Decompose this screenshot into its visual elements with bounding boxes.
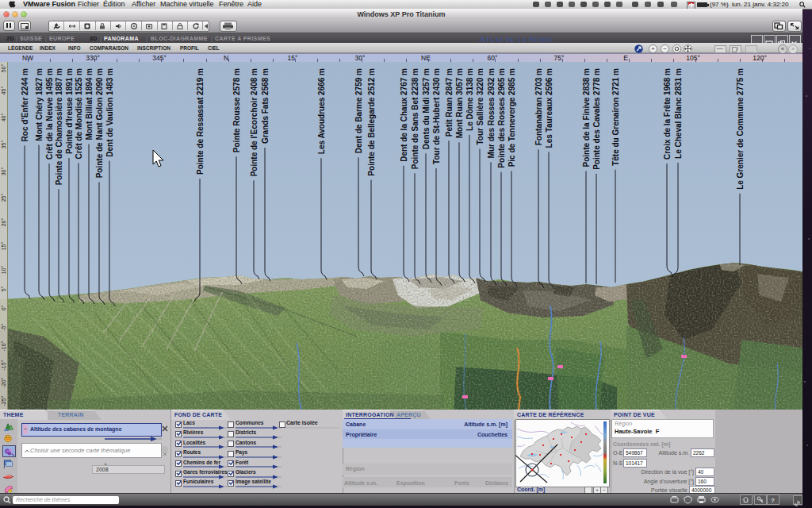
svg-text:Mur des Rosses 2932 m: Mur des Rosses 2932 m [487, 68, 496, 158]
svg-text:Pointe de Bellegarde 2512 m: Pointe de Bellegarde 2512 m [367, 68, 376, 176]
svg-text:-5°: -5° [1, 323, 6, 330]
svg-text:Dents du Midi 3257 m: Dents du Midi 3257 m [422, 68, 431, 149]
svg-text:50°: 50° [1, 64, 6, 73]
svg-text:−: − [663, 45, 667, 52]
svg-text:Mont Billiat 1894 m: Mont Billiat 1894 m [85, 68, 94, 140]
svg-text:10°: 10° [1, 266, 6, 275]
svg-text:Pointe de Ressassat 2219 m: Pointe de Ressassat 2219 m [196, 68, 205, 175]
svg-text:Pic de Tenneverge 2985 m: Pic de Tenneverge 2985 m [508, 68, 516, 167]
svg-text:30°: 30° [1, 167, 6, 176]
svg-text:-25°: -25° [1, 395, 6, 406]
svg-text:Tête du Grenairon 2721 m: Tête du Grenairon 2721 m [611, 68, 620, 166]
svg-text:0°: 0° [1, 305, 6, 310]
svg-text:-20°: -20° [1, 377, 6, 387]
svg-text:Dent de Vaulion 1483 m: Dent de Vaulion 1483 m [105, 68, 114, 157]
svg-text:Tour de St-Hubert 2430 m: Tour de St-Hubert 2430 m [432, 68, 441, 164]
svg-text:Pointe de Nant Golon 2090 m: Pointe de Nant Golon 2090 m [95, 68, 104, 178]
svg-text:20°: 20° [1, 218, 6, 227]
svg-text:Pointe Rousse 2578 m: Pointe Rousse 2578 m [232, 68, 241, 152]
svg-text:Mont Ruan 3057 m: Mont Ruan 3057 m [455, 68, 464, 138]
svg-text:Les Avoudrues 2666 m: Les Avoudrues 2666 m [317, 68, 326, 154]
svg-text:Le Grenier de Commune 2775 m: Le Grenier de Commune 2775 m [736, 68, 745, 190]
svg-text:35°: 35° [1, 140, 6, 149]
svg-text:Tour Sallière 3220 m: Tour Sallière 3220 m [476, 68, 485, 145]
svg-text:Fontanabran 2703 m: Fontanabran 2703 m [534, 68, 543, 145]
svg-text:40°: 40° [1, 114, 6, 122]
svg-text:Pointe des Cavales 2778 m: Pointe des Cavales 2778 m [592, 68, 601, 170]
svg-text:15°: 15° [1, 242, 6, 251]
svg-text:-10°: -10° [1, 341, 6, 351]
svg-text:Le Cheval Blanc 2831 m: Le Cheval Blanc 2831 m [674, 68, 683, 159]
svg-text:Pointe de la Finive 2838 m: Pointe de la Finive 2838 m [582, 68, 591, 167]
svg-text:45°: 45° [1, 87, 6, 95]
svg-text:Petit Ruan 2847 m: Petit Ruan 2847 m [445, 68, 454, 137]
svg-text:Dent de Barme 2759 m: Dent de Barme 2759 m [354, 68, 363, 153]
svg-text:25°: 25° [1, 194, 6, 202]
svg-text:+: + [651, 45, 655, 52]
svg-text:Grands Fats 2568 m: Grands Fats 2568 m [261, 68, 270, 144]
svg-text:5°: 5° [1, 286, 6, 291]
svg-text:Le Dôme 3138 m: Le Dôme 3138 m [465, 68, 474, 131]
svg-text:Pointe d'Ireuse 1891 m: Pointe d'Ireuse 1891 m [65, 68, 74, 154]
svg-text:Pointe de Sans Bet 2238 m: Pointe de Sans Bet 2238 m [411, 68, 419, 169]
svg-text:Dent de la Chaux 2767 m: Dent de la Chaux 2767 m [400, 68, 408, 162]
svg-text:Pointe des Rosses 2965 m: Pointe des Rosses 2965 m [497, 68, 506, 168]
svg-text:Croix de la Frête 1968 m: Croix de la Frête 1968 m [663, 68, 672, 160]
svg-text:Mont Chéry 1827 m: Mont Chéry 1827 m [35, 68, 44, 141]
svg-text:Les Taureaux 2596 m: Les Taureaux 2596 m [545, 68, 553, 148]
svg-text:Crêt de Mondisé 1525 m: Crêt de Mondisé 1525 m [75, 68, 83, 160]
svg-text:Pointe de l'Ecorchoir 2408 m: Pointe de l'Ecorchoir 2408 m [250, 68, 259, 176]
svg-text:Crêt de la Neuve 1495 m: Crêt de la Neuve 1495 m [45, 68, 54, 160]
svg-text:Pointe de Chamossière 1887 m: Pointe de Chamossière 1887 m [55, 68, 63, 185]
svg-text:?: ? [771, 497, 775, 504]
svg-text:Roc d'Enfer 2244 m: Roc d'Enfer 2244 m [21, 68, 29, 142]
svg-text:-15°: -15° [1, 360, 6, 370]
